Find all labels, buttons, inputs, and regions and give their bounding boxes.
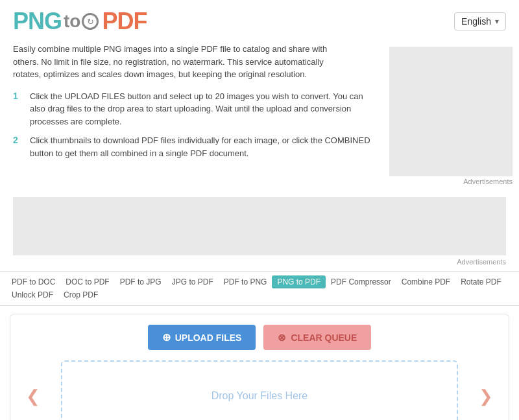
language-label: English <box>461 16 491 27</box>
step-2-text: Click thumbnails to download PDF files i… <box>30 134 376 159</box>
content-area: Easily combine multiple PNG images into … <box>0 40 389 192</box>
language-dropdown[interactable]: English ▾ <box>454 12 506 30</box>
upload-label: UPLOAD FILES <box>175 332 242 343</box>
upload-icon: ⊕ <box>162 331 171 344</box>
tool-nav-item-pdf-compressor[interactable]: PDF Compressor <box>326 275 396 288</box>
tool-nav-item-pdf-to-jpg[interactable]: PDF to JPG <box>115 275 167 288</box>
left-arrow-icon: ❮ <box>26 386 40 406</box>
tool-nav-item-rotate-pdf[interactable]: Rotate PDF <box>455 275 507 288</box>
ad-right-label: Advertisements <box>389 178 513 185</box>
upload-files-button[interactable]: ⊕ UPLOAD FILES <box>148 325 256 350</box>
chevron-down-icon: ▾ <box>495 17 499 26</box>
language-selector[interactable]: English ▾ <box>454 12 506 30</box>
tool-navigation: PDF to DOCDOC to PDFPDF to JPGJPG to PDF… <box>0 271 519 306</box>
ad-banner-label: Advertisements <box>13 258 506 266</box>
header: PNG to ↻ PDF English ▾ <box>0 0 519 40</box>
logo-png: PNG <box>13 8 62 35</box>
step-1: 1 Click the UPLOAD FILES button and sele… <box>13 90 376 128</box>
next-arrow-button[interactable]: ❯ <box>474 384 498 409</box>
ad-banner <box>13 197 506 255</box>
description: Easily combine multiple PNG images into … <box>0 40 363 88</box>
tool-nav-item-pdf-to-doc[interactable]: PDF to DOC <box>6 275 60 288</box>
tool-area: ⊕ UPLOAD FILES ⊗ CLEAR QUEUE ❮ Drop Your… <box>10 314 509 420</box>
step-2: 2 Click thumbnails to download PDF files… <box>13 134 376 159</box>
description-text: Easily combine multiple PNG images into … <box>13 43 350 81</box>
ad-right-box <box>389 47 513 176</box>
tool-nav-item-jpg-to-pdf[interactable]: JPG to PDF <box>167 275 219 288</box>
logo: PNG to ↻ PDF <box>13 8 147 35</box>
logo-pdf: PDF <box>102 8 147 35</box>
drop-zone-text: Drop Your Files Here <box>211 390 308 402</box>
clear-icon: ⊗ <box>278 332 286 344</box>
step-1-number: 1 <box>13 91 22 128</box>
tool-nav-item-unlock-pdf[interactable]: Unlock PDF <box>6 288 58 301</box>
clear-queue-button[interactable]: ⊗ CLEAR QUEUE <box>263 325 371 350</box>
tool-nav-item-doc-to-pdf[interactable]: DOC to PDF <box>60 275 114 288</box>
tool-nav-item-combine-pdf[interactable]: Combine PDF <box>396 275 455 288</box>
step-2-number: 2 <box>13 135 22 159</box>
logo-refresh-icon: ↻ <box>82 13 99 30</box>
main-layout: Easily combine multiple PNG images into … <box>0 40 519 192</box>
tool-nav-item-crop-pdf[interactable]: Crop PDF <box>58 288 103 301</box>
buttons-row: ⊕ UPLOAD FILES ⊗ CLEAR QUEUE <box>18 325 501 350</box>
ad-right-section: Advertisements <box>389 40 519 192</box>
drop-zone[interactable]: Drop Your Files Here <box>61 360 458 420</box>
logo-to-section: to ↻ <box>64 11 100 32</box>
drop-zone-wrapper: ❮ Drop Your Files Here ❯ <box>21 360 498 420</box>
tool-nav-item-pdf-to-png[interactable]: PDF to PNG <box>219 275 272 288</box>
tool-nav-item-png-to-pdf[interactable]: PNG to PDF <box>272 275 326 288</box>
prev-arrow-button[interactable]: ❮ <box>21 384 45 409</box>
step-1-text: Click the UPLOAD FILES button and select… <box>30 90 376 128</box>
logo-to-text: to <box>64 11 80 32</box>
right-arrow-icon: ❯ <box>479 386 493 406</box>
clear-label: CLEAR QUEUE <box>291 332 357 343</box>
steps-section: 1 Click the UPLOAD FILES button and sele… <box>0 88 389 173</box>
